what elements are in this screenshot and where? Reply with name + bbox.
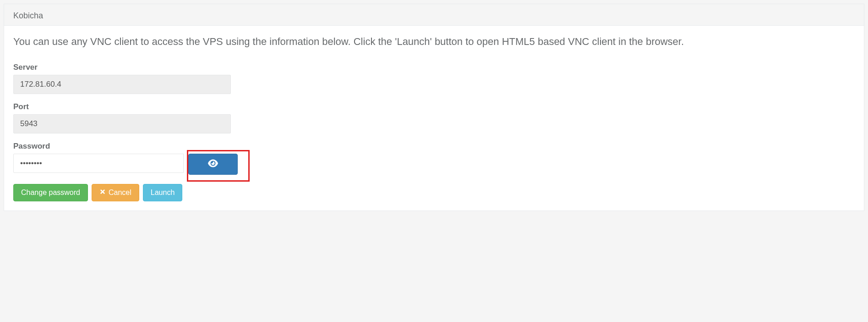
- panel-body: You can use any VNC client to access the…: [4, 26, 864, 211]
- password-label: Password: [13, 142, 855, 151]
- button-row: Change password Cancel Launch: [13, 184, 855, 201]
- server-label: Server: [13, 63, 855, 72]
- vnc-panel: Kobicha You can use any VNC client to ac…: [4, 4, 864, 211]
- port-label: Port: [13, 102, 855, 111]
- port-input[interactable]: [13, 114, 231, 133]
- description-text: You can use any VNC client to access the…: [13, 35, 855, 49]
- reveal-password-button[interactable]: [188, 154, 238, 175]
- password-group: Password: [13, 142, 855, 175]
- panel-title: Kobicha: [4, 4, 864, 26]
- password-input-group: [13, 154, 238, 175]
- server-group: Server: [13, 63, 855, 94]
- cancel-button[interactable]: Cancel: [92, 184, 139, 201]
- eye-icon: [208, 158, 218, 170]
- close-icon: [99, 189, 106, 197]
- cancel-label: Cancel: [109, 189, 131, 197]
- server-input[interactable]: [13, 75, 231, 94]
- password-input[interactable]: [13, 154, 184, 173]
- port-group: Port: [13, 102, 855, 133]
- launch-button[interactable]: Launch: [143, 184, 183, 201]
- change-password-button[interactable]: Change password: [13, 184, 88, 201]
